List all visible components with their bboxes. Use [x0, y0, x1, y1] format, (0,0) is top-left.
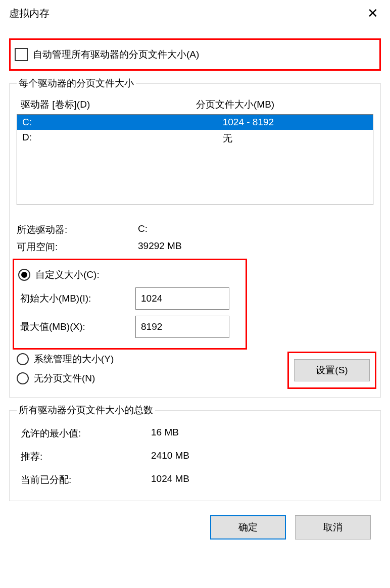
custom-size-radio[interactable] — [18, 269, 30, 281]
recommended-label: 推荐: — [21, 450, 151, 463]
recommended-value: 2410 MB — [151, 450, 373, 463]
dialog-title: 虚拟内存 — [9, 7, 50, 20]
drive-row-size: 1024 - 8192 — [223, 117, 368, 128]
drive-row[interactable]: C: 1024 - 8192 — [17, 115, 373, 130]
selected-drive-info: 所选驱动器: C: 可用空间: 39292 MB — [17, 221, 373, 256]
close-icon[interactable]: ✕ — [363, 6, 383, 21]
custom-size-label: 自定义大小(C): — [35, 268, 100, 281]
no-paging-label: 无分页文件(N) — [34, 372, 95, 385]
auto-manage-checkbox[interactable] — [15, 48, 28, 61]
no-paging-radio[interactable] — [17, 372, 29, 384]
system-managed-label: 系统管理的大小(Y) — [34, 353, 114, 366]
drive-row[interactable]: D: 无 — [17, 130, 373, 147]
initial-size-input[interactable] — [135, 287, 229, 310]
min-allowed-value: 16 MB — [151, 427, 373, 440]
set-button[interactable]: 设置(S) — [294, 359, 370, 381]
free-space-value: 39292 MB — [138, 240, 373, 254]
auto-manage-label: 自动管理所有驱动器的分页文件大小(A) — [33, 48, 199, 61]
titlebar: 虚拟内存 ✕ — [0, 0, 390, 26]
drive-row-drive: C: — [22, 117, 223, 128]
per-drive-legend: 每个驱动器的分页文件大小 — [17, 77, 136, 90]
free-space-label: 可用空间: — [17, 240, 138, 254]
max-size-label: 最大值(MB)(X): — [18, 320, 135, 333]
dialog-buttons: 确定 取消 — [9, 501, 381, 550]
header-size: 分页文件大小(MB) — [196, 98, 371, 111]
drive-list-headers: 驱动器 [卷标](D) 分页文件大小(MB) — [17, 95, 373, 114]
cancel-button[interactable]: 取消 — [295, 515, 371, 540]
system-managed-radio[interactable] — [17, 353, 29, 365]
drive-row-size: 无 — [223, 132, 368, 145]
ok-button[interactable]: 确定 — [210, 515, 286, 540]
current-allocated-label: 当前已分配: — [21, 473, 151, 486]
dialog-content: 自动管理所有驱动器的分页文件大小(A) 每个驱动器的分页文件大小 驱动器 [卷标… — [0, 38, 390, 559]
totals-legend: 所有驱动器分页文件大小的总数 — [17, 404, 155, 417]
max-size-input[interactable] — [135, 316, 229, 338]
per-drive-group: 每个驱动器的分页文件大小 驱动器 [卷标](D) 分页文件大小(MB) C: 1… — [9, 77, 381, 398]
min-allowed-label: 允许的最小值: — [21, 427, 151, 440]
selected-drive-value: C: — [138, 223, 373, 236]
current-allocated-value: 1024 MB — [151, 473, 373, 486]
custom-size-radio-row[interactable]: 自定义大小(C): — [18, 265, 241, 284]
initial-size-label: 初始大小(MB)(I): — [18, 292, 135, 305]
size-option-group: 自定义大小(C): 初始大小(MB)(I): 最大值(MB)(X): 系统管理的… — [17, 259, 373, 388]
auto-manage-row[interactable]: 自动管理所有驱动器的分页文件大小(A) — [9, 38, 381, 71]
drive-list[interactable]: C: 1024 - 8192 D: 无 — [17, 114, 373, 205]
header-drive: 驱动器 [卷标](D) — [21, 98, 196, 111]
custom-size-block: 自定义大小(C): 初始大小(MB)(I): 最大值(MB)(X): — [13, 259, 247, 350]
set-button-box: 设置(S) — [287, 352, 376, 389]
selected-drive-label: 所选驱动器: — [17, 223, 138, 236]
totals-group: 所有驱动器分页文件大小的总数 允许的最小值: 16 MB 推荐: 2410 MB… — [9, 404, 381, 501]
drive-row-drive: D: — [22, 132, 223, 145]
